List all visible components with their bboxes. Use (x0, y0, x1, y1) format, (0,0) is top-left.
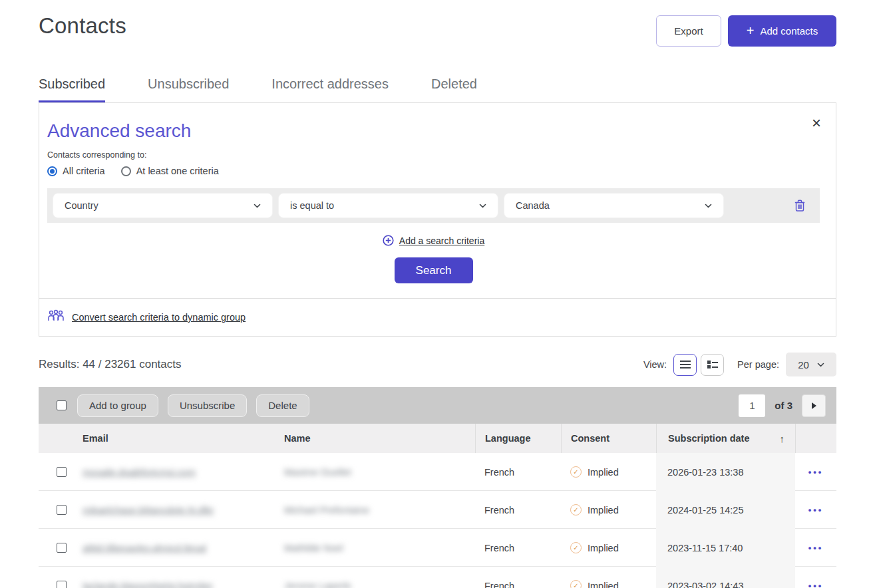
per-page-select[interactable]: 20 (786, 353, 836, 376)
row-checkbox[interactable] (57, 581, 67, 588)
subscription-date: 2026-01-23 13:38 (656, 453, 795, 491)
radio-at-least-one-label: At least one criteria (136, 166, 219, 176)
row-actions-menu[interactable]: ••• (795, 467, 836, 477)
table-row: mikaelchase.blitancdole.ht.dlkr Michael … (39, 491, 836, 529)
contact-language: French (475, 567, 561, 588)
convert-to-dynamic-group-link[interactable]: Convert search criteria to dynamic group (72, 312, 246, 323)
add-to-group-button[interactable]: Add to group (77, 394, 158, 417)
add-search-criteria-link[interactable]: Add a search criteria (383, 235, 484, 246)
tab-unsubscribed[interactable]: Unsubscribed (148, 76, 229, 102)
radio-at-least-one-control[interactable] (121, 166, 131, 176)
plus-icon: + (747, 24, 755, 37)
consent-label: Implied (588, 505, 619, 515)
convert-to-dynamic-group-row: Convert search criteria to dynamic group (39, 298, 836, 336)
per-page-value: 20 (798, 359, 809, 370)
criteria-field-value: Country (65, 200, 98, 211)
header-checkbox-spacer (39, 424, 83, 453)
tab-bar: Subscribed Unsubscribed Incorrect addres… (39, 76, 836, 102)
list-view-button[interactable] (673, 354, 697, 376)
radio-all-criteria[interactable]: All criteria (47, 166, 105, 176)
contact-email[interactable]: mikaelchase.blitancdole.ht.dlkr (83, 505, 214, 515)
column-header-name[interactable]: Name (284, 424, 475, 453)
row-actions-menu[interactable]: ••• (795, 581, 836, 588)
radio-all-criteria-label: All criteria (63, 166, 105, 176)
column-header-email[interactable]: Email (83, 424, 284, 453)
contact-language: French (475, 529, 561, 567)
trash-icon (794, 200, 805, 212)
contact-email[interactable]: mosaile.dsajbfsrtcmsi.com (83, 467, 196, 478)
row-checkbox[interactable] (57, 543, 67, 553)
add-contacts-button[interactable]: + Add contacts (728, 15, 836, 47)
chevron-down-icon (705, 202, 712, 210)
contact-name: Maxime Ouellet (284, 467, 351, 478)
results-bar: Results: 44 / 23261 contacts View: Per p… (39, 353, 836, 376)
contact-language: French (475, 491, 561, 529)
consent-check-icon: ✓ (570, 580, 582, 588)
criteria-row: Country is equal to Canada (47, 188, 820, 223)
criteria-mode-radios: All criteria At least one criteria (47, 166, 820, 176)
page-number-input[interactable] (739, 394, 765, 417)
export-button[interactable]: Export (656, 15, 721, 47)
page-title: Contacts (39, 13, 126, 39)
consent-check-icon: ✓ (570, 466, 582, 478)
chevron-down-icon (254, 202, 261, 210)
consent-label: Implied (588, 581, 619, 588)
criteria-field-select[interactable]: Country (53, 193, 273, 218)
table-row: laclande.blaosmhtelst.hotrnlier Jerome L… (39, 567, 836, 588)
subscription-date: 2024-01-25 14:25 (656, 491, 795, 529)
radio-at-least-one-criteria[interactable]: At least one criteria (121, 166, 219, 176)
contact-name: Michael Prefontaine (284, 505, 369, 515)
group-icon (47, 309, 65, 325)
view-label: View: (643, 359, 667, 370)
contacts-page: Contacts Export + Add contacts Subscribe… (0, 0, 869, 588)
page-header: Contacts Export + Add contacts (39, 0, 836, 47)
page-of-label: of 3 (775, 400, 792, 411)
row-actions-menu[interactable]: ••• (795, 543, 836, 553)
contact-email[interactable]: laclande.blaosmhtelst.hotrnlier (83, 581, 213, 588)
per-page-label: Per page: (737, 359, 779, 370)
tab-incorrect-addresses[interactable]: Incorrect addresses (271, 76, 389, 102)
tab-subscribed[interactable]: Subscribed (39, 76, 105, 102)
column-header-consent[interactable]: Consent (561, 424, 656, 453)
contact-name: Mathilde Noel (284, 543, 343, 553)
delete-button[interactable]: Delete (256, 394, 309, 417)
column-header-subscription-date[interactable]: Subscription date ↑ (656, 424, 795, 453)
criteria-operator-value: is equal to (290, 200, 334, 211)
sort-ascending-icon[interactable]: ↑ (780, 433, 785, 444)
row-checkbox[interactable] (57, 505, 67, 515)
next-page-button[interactable] (802, 394, 826, 417)
add-contacts-label: Add contacts (760, 25, 818, 37)
bulk-actions-toolbar: Add to group Unsubscribe Delete of 3 (39, 387, 836, 424)
search-button[interactable]: Search (395, 257, 473, 283)
table-row: mosaile.dsajbfsrtcmsi.com Maxime Ouellet… (39, 453, 836, 491)
consent-label: Implied (588, 467, 619, 478)
contact-name: Jerome Laperle (284, 581, 351, 588)
contact-email[interactable]: alttid.tilbesavley.ahnicd.tlesal (83, 543, 206, 553)
card-view-icon (707, 361, 718, 368)
criteria-value-select[interactable]: Canada (504, 193, 724, 218)
close-icon[interactable]: × (812, 115, 821, 131)
subscription-date-label: Subscription date (668, 433, 749, 444)
column-header-language[interactable]: Language (475, 424, 561, 453)
tab-deleted[interactable]: Deleted (431, 76, 477, 102)
consent-check-icon: ✓ (570, 542, 582, 553)
delete-criteria-button[interactable] (794, 200, 805, 212)
subscription-date: 2023-03-02 14:43 (656, 567, 795, 588)
table-header-row: Email Name Language Consent Subscription… (39, 424, 836, 453)
chevron-down-icon (479, 202, 486, 210)
card-view-button[interactable] (701, 354, 724, 376)
radio-all-criteria-control[interactable] (47, 166, 57, 176)
view-toggle-group (673, 354, 724, 376)
table-row: alttid.tilbesavley.ahnicd.tlesal Mathild… (39, 529, 836, 567)
criteria-operator-select[interactable]: is equal to (278, 193, 498, 218)
contacts-table: Add to group Unsubscribe Delete of 3 Ema… (39, 387, 836, 588)
select-all-checkbox[interactable] (57, 400, 67, 410)
row-checkbox[interactable] (57, 467, 67, 477)
list-view-icon (680, 361, 691, 368)
row-actions-menu[interactable]: ••• (795, 505, 836, 515)
circle-plus-icon (383, 235, 394, 246)
contact-language: French (475, 453, 561, 491)
add-search-criteria-label: Add a search criteria (399, 235, 484, 246)
consent-check-icon: ✓ (570, 504, 582, 515)
unsubscribe-button[interactable]: Unsubscribe (168, 394, 247, 417)
